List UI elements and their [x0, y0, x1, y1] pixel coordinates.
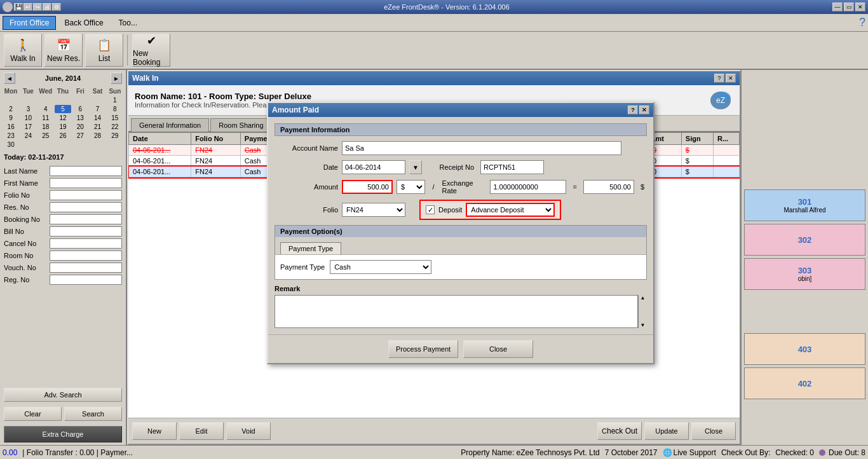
quick-access-btn[interactable]: 💾: [14, 3, 23, 11]
cal-day-cell[interactable]: 23: [3, 132, 19, 140]
cal-day-cell[interactable]: 2: [3, 105, 19, 113]
folio-no-input[interactable]: [50, 190, 122, 200]
amount-input[interactable]: [342, 180, 393, 194]
menu-front-office[interactable]: Front Office: [3, 16, 56, 30]
adv-search-btn[interactable]: Adv. Search: [4, 388, 122, 402]
cal-day-cell[interactable]: 6: [72, 105, 88, 113]
date-picker-btn[interactable]: ▼: [409, 160, 422, 174]
cal-prev-btn[interactable]: ◄: [4, 72, 15, 84]
cal-day-cell[interactable]: 20: [72, 123, 88, 131]
reg-no-input[interactable]: [50, 275, 122, 285]
deposit-checkbox[interactable]: [426, 205, 435, 214]
menu-tools[interactable]: Too...: [112, 16, 144, 30]
payment-type-select[interactable]: Cash: [330, 260, 431, 274]
quick-access-btn3[interactable]: ↪: [33, 3, 42, 11]
cal-day-cell[interactable]: 10: [20, 114, 36, 122]
cal-day-cell[interactable]: [107, 140, 123, 149]
cal-next-btn[interactable]: ►: [111, 72, 122, 84]
cal-day-cell[interactable]: 19: [55, 123, 71, 131]
cal-day-cell[interactable]: 14: [89, 114, 105, 122]
cal-day-cell[interactable]: [55, 96, 71, 104]
cal-day-cell[interactable]: 25: [37, 132, 54, 140]
search-btn[interactable]: Search: [64, 407, 122, 421]
payment-type-tab[interactable]: Payment Type: [280, 242, 341, 254]
room-no-input[interactable]: [50, 250, 122, 261]
process-payment-btn[interactable]: Process Payment: [388, 340, 458, 358]
checked-status: Checked: 0: [775, 448, 814, 457]
modal-close-btn[interactable]: ✕: [639, 106, 649, 114]
last-name-input[interactable]: [50, 166, 122, 176]
res-no-input[interactable]: [50, 202, 122, 212]
cal-day-cell[interactable]: 15: [107, 114, 123, 122]
cal-day-cell[interactable]: 27: [72, 132, 88, 140]
cal-day-cell[interactable]: 4: [37, 105, 54, 113]
cal-day-cell[interactable]: 7: [89, 105, 105, 113]
first-name-input[interactable]: [50, 178, 122, 188]
setup-btn[interactable]: ⚙: [52, 3, 61, 11]
cal-day-cell[interactable]: [89, 140, 105, 149]
cal-day-cell[interactable]: [20, 140, 36, 149]
room-card-302[interactable]: 302: [744, 224, 865, 256]
scroll-down-btn[interactable]: ▼: [639, 322, 647, 328]
date-input[interactable]: [342, 160, 405, 174]
room-card-301[interactable]: 301 Marshall Alfred: [744, 189, 865, 221]
cal-day-cell[interactable]: [3, 96, 19, 104]
cal-day-cell[interactable]: 26: [55, 132, 71, 140]
new-res-btn[interactable]: 📅 New Res.: [44, 34, 83, 67]
clear-btn[interactable]: Clear: [4, 407, 62, 421]
folio-select[interactable]: FN24: [342, 203, 405, 217]
account-name-input[interactable]: [342, 141, 621, 155]
cal-day-cell[interactable]: 21: [89, 123, 105, 131]
receipt-no-input[interactable]: [480, 160, 544, 174]
vouch-no-input[interactable]: [50, 263, 122, 273]
room-card-402[interactable]: 402: [744, 367, 865, 399]
cal-day-cell[interactable]: 16: [3, 123, 19, 131]
menu-bar: Front Office Back Office Too... ?: [0, 14, 868, 32]
cal-day-cell[interactable]: 8: [107, 105, 123, 113]
cal-day-cell[interactable]: [89, 96, 105, 104]
cal-day-cell[interactable]: 28: [89, 132, 105, 140]
cal-day-cell[interactable]: 9: [3, 114, 19, 122]
booking-no-input[interactable]: [50, 214, 122, 224]
cal-day-cell[interactable]: [20, 96, 36, 104]
room-card-403[interactable]: 403: [744, 333, 865, 365]
quick-access-btn2[interactable]: ↩: [24, 3, 32, 11]
cal-day-cell[interactable]: [72, 96, 88, 104]
cal-day-cell[interactable]: 12: [55, 114, 71, 122]
cal-day-cell[interactable]: [55, 140, 71, 149]
bill-no-input[interactable]: [50, 226, 122, 236]
cal-day-cell[interactable]: 30: [3, 140, 19, 149]
cal-day-today[interactable]: 5: [55, 105, 71, 113]
cal-day-cell[interactable]: 3: [20, 105, 36, 113]
print-btn[interactable]: 🖨: [43, 3, 51, 11]
cal-day-cell[interactable]: 11: [37, 114, 54, 122]
cal-day-cell[interactable]: 1: [107, 96, 123, 104]
cal-day-cell[interactable]: 29: [107, 132, 123, 140]
modal-help-btn[interactable]: ?: [628, 106, 638, 114]
modal-close-dialog-btn[interactable]: Close: [463, 340, 533, 358]
scroll-up-btn[interactable]: ▲: [639, 295, 647, 301]
cal-day-cell[interactable]: [72, 140, 88, 149]
exchange-rate-input[interactable]: [490, 180, 566, 194]
cal-day-cell[interactable]: 13: [72, 114, 88, 122]
restore-btn[interactable]: ▭: [844, 3, 854, 11]
room-card-303[interactable]: 303 obin]: [744, 258, 865, 290]
extra-charge-btn[interactable]: Extra Charge: [4, 426, 122, 442]
cal-day-cell[interactable]: 17: [20, 123, 36, 131]
minimize-btn[interactable]: —: [832, 3, 843, 11]
menu-back-office[interactable]: Back Office: [57, 16, 110, 30]
help-icon[interactable]: ?: [859, 16, 865, 29]
deposit-type-select[interactable]: Advance Deposit: [466, 203, 555, 217]
currency-select[interactable]: $: [397, 180, 425, 194]
list-btn[interactable]: 📋 List: [85, 34, 123, 67]
close-btn[interactable]: ✕: [855, 3, 865, 11]
remark-textarea[interactable]: [275, 295, 638, 328]
cal-day-cell[interactable]: 18: [37, 123, 54, 131]
cal-day-cell[interactable]: [37, 140, 54, 149]
cal-day-cell[interactable]: [37, 96, 54, 104]
cancel-no-input[interactable]: [50, 238, 122, 249]
new-booking-btn[interactable]: ✔ New Booking: [132, 34, 170, 67]
cal-day-cell[interactable]: 24: [20, 132, 36, 140]
walkin-btn[interactable]: 🚶 Walk In: [4, 34, 42, 67]
cal-day-cell[interactable]: 22: [107, 123, 123, 131]
